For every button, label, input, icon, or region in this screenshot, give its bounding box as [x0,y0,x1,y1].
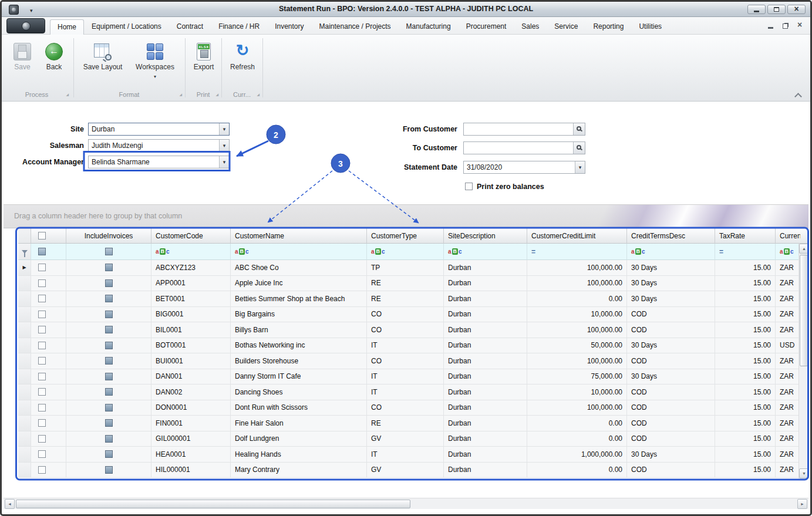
ribbon-tab[interactable]: Finance / HR [211,19,267,34]
row-select-checkbox[interactable] [38,450,46,458]
column-header-site-description[interactable]: SiteDescription [444,228,527,244]
include-invoices-checkbox[interactable] [105,404,113,412]
include-invoices-checkbox[interactable] [105,435,113,443]
customer-name-cell[interactable]: Danny Storm IT Cafe [231,369,367,385]
customer-code-cell[interactable]: BET0001 [151,291,231,307]
ribbon-tab[interactable]: Home [50,19,84,35]
ribbon-tab[interactable]: Reporting [585,19,631,34]
close-button[interactable] [787,5,806,14]
scroll-up-icon[interactable] [799,244,809,254]
include-invoices-cell[interactable] [66,369,151,385]
column-header-customer-code[interactable]: CustomerCode [151,228,231,244]
tax-rate-cell[interactable]: 15.00 [715,338,776,354]
currency-cell[interactable]: ZAR [776,416,800,431]
site-description-cell[interactable]: Durban [444,385,527,400]
include-invoices-checkbox[interactable] [105,295,113,302]
row-select-checkbox[interactable] [38,295,46,302]
include-invoices-checkbox[interactable] [105,357,113,365]
filter-cell-currency[interactable]: aBc [776,244,800,260]
site-description-cell[interactable]: Durban [444,431,527,447]
include-invoices-checkbox[interactable] [105,466,113,474]
customer-type-cell[interactable]: IT [367,338,444,354]
filter-cell-tax-rate[interactable]: = [715,244,776,260]
vertical-scrollbar[interactable] [798,244,808,478]
customer-code-cell[interactable]: FIN0001 [151,416,231,431]
minimize-button[interactable] [747,5,766,14]
filter-cell-customer-name[interactable]: aBc [231,244,367,260]
tax-rate-cell[interactable]: 15.00 [715,260,776,276]
include-invoices-cell[interactable] [66,260,151,276]
tax-rate-cell[interactable]: 15.00 [715,322,776,338]
currency-cell[interactable]: ZAR [776,431,800,447]
save-button[interactable]: Save [9,39,36,90]
credit-limit-cell[interactable]: 10,000.00 [527,307,627,323]
currency-cell[interactable]: ZAR [776,291,800,307]
ribbon-tab[interactable]: Utilities [631,19,669,34]
tax-rate-cell[interactable]: 15.00 [715,400,776,416]
include-invoices-checkbox[interactable] [105,279,113,287]
select-all-header-cell[interactable] [31,228,66,244]
customer-code-cell[interactable]: DAN001 [151,369,231,385]
dropdown-arrow-icon[interactable] [575,161,585,173]
row-select-checkbox[interactable] [38,326,46,333]
row-select-cell[interactable] [31,447,66,463]
site-description-cell[interactable]: Durban [444,447,527,463]
row-select-checkbox[interactable] [38,342,46,349]
customer-code-cell[interactable]: BIL0001 [151,322,231,338]
filter-checkbox[interactable] [38,248,46,255]
customer-type-cell[interactable]: CO [367,307,444,323]
credit-limit-cell[interactable]: 100,000.00 [527,276,627,292]
to-customer-search-button[interactable] [573,142,585,154]
customer-code-cell[interactable]: DAN002 [151,385,231,400]
scroll-left-icon[interactable] [5,499,15,509]
filter-cell-credit-terms-desc[interactable]: aBc [627,244,715,260]
quick-access-caret-icon[interactable] [30,6,37,13]
account-manager-combobox[interactable]: Belinda Sharmane [88,156,230,168]
row-select-cell[interactable] [31,353,66,369]
row-select-cell[interactable] [31,276,66,292]
customer-type-cell[interactable]: GV [367,463,444,478]
currency-cell[interactable]: ZAR [776,447,800,463]
include-invoices-cell[interactable] [66,416,151,431]
site-description-cell[interactable]: Durban [444,260,527,276]
credit-terms-cell[interactable]: COD [627,463,715,478]
customer-type-cell[interactable]: RE [367,416,444,431]
column-header-tax-rate[interactable]: TaxRate [715,228,776,244]
include-invoices-cell[interactable] [66,322,151,338]
row-select-checkbox[interactable] [38,388,46,396]
include-invoices-cell[interactable] [66,291,151,307]
customer-name-cell[interactable]: Big Bargains [231,307,367,323]
customer-name-cell[interactable]: Dancing Shoes [231,385,367,400]
include-invoices-cell[interactable] [66,463,151,478]
filter-cell-customer-type[interactable]: aBc [367,244,444,260]
include-invoices-checkbox[interactable] [105,450,113,458]
document-restore-icon[interactable] [783,23,788,29]
row-select-cell[interactable] [31,307,66,323]
column-header-customer-name[interactable]: CustomerName [231,228,367,244]
customer-code-cell[interactable]: HEA0001 [151,447,231,463]
tax-rate-cell[interactable]: 15.00 [715,431,776,447]
include-invoices-cell[interactable] [66,276,151,292]
row-select-checkbox[interactable] [38,264,46,271]
to-customer-input[interactable] [463,141,585,154]
maximize-button[interactable] [767,5,786,14]
customer-type-cell[interactable]: IT [367,369,444,385]
document-close-icon[interactable] [797,22,803,30]
customer-code-cell[interactable]: GIL000001 [151,431,231,447]
row-select-cell[interactable] [31,369,66,385]
site-description-cell[interactable]: Durban [444,291,527,307]
filter-cell-customer-credit-limit[interactable]: = [527,244,627,260]
customer-row[interactable]: DAN002 Dancing Shoes IT Durban 10,000.00… [18,385,800,400]
currency-cell[interactable]: ZAR [776,385,800,400]
site-description-cell[interactable]: Durban [444,322,527,338]
filter-checkbox[interactable] [105,248,113,255]
customer-type-cell[interactable]: CO [367,322,444,338]
row-select-checkbox[interactable] [38,404,46,412]
statement-date-picker[interactable]: 31/08/2020 [463,161,585,174]
site-combobox[interactable]: Durban [88,123,230,136]
customer-row[interactable]: BIL0001 Billys Barn CO Durban 100,000.00… [18,322,800,338]
dialog-launcher-icon[interactable] [257,89,260,99]
include-invoices-checkbox[interactable] [105,311,113,318]
column-header-currency[interactable]: Currency [776,228,800,244]
include-invoices-checkbox[interactable] [105,264,113,271]
